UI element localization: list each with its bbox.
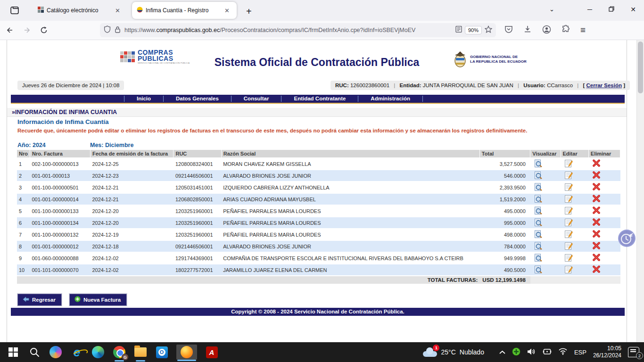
list-tabs-chevron-icon[interactable]: ⌄	[549, 6, 554, 13]
cell-razon-social: ARIAS CUADRO ADRIANA MAYUSBEL	[221, 193, 479, 205]
language-indicator[interactable]: ESP	[574, 349, 586, 356]
editar-icon[interactable]	[564, 175, 573, 181]
visualizar-icon[interactable]	[534, 246, 543, 251]
editar-icon[interactable]	[564, 257, 573, 263]
eliminar-icon[interactable]	[592, 222, 601, 227]
editar-icon[interactable]	[564, 234, 573, 239]
editar-icon[interactable]	[564, 163, 573, 169]
cell-nro-factura: 001-101-000000070	[30, 264, 90, 276]
notification-icon[interactable]: 2	[628, 347, 639, 357]
download-icon[interactable]	[523, 25, 532, 35]
eliminar-icon[interactable]	[592, 163, 601, 168]
lock-icon[interactable]	[115, 26, 121, 35]
visualizar-icon[interactable]	[534, 175, 543, 181]
cell-ruc: 1802277572001	[173, 264, 221, 276]
acrobat-icon[interactable]: A	[205, 346, 218, 359]
editar-icon[interactable]	[564, 198, 573, 204]
eliminar-icon[interactable]	[592, 198, 601, 204]
clock[interactable]: 10:05 26/12/2024	[593, 345, 621, 359]
menu-item-inicio[interactable]: Inicio	[124, 96, 164, 102]
speaker-icon[interactable]	[527, 348, 536, 357]
wifi-icon[interactable]	[558, 348, 568, 356]
regresar-button[interactable]: Regresar	[17, 294, 62, 306]
cast-icon[interactable]	[543, 348, 552, 357]
tray-chevron-icon[interactable]	[499, 348, 505, 356]
visualizar-icon[interactable]	[534, 269, 543, 275]
floating-timer-widget[interactable]	[618, 230, 636, 247]
eliminar-icon[interactable]	[592, 257, 601, 263]
eliminar-icon[interactable]	[592, 210, 601, 215]
scrollbar-thumb[interactable]	[638, 41, 643, 93]
cell-razon-social: IZQUIERDO CABRERA LIZZY ANTHONELLA	[221, 181, 479, 193]
tab-catalogo-electronico[interactable]: Catálogo electrónico ✕	[33, 2, 127, 19]
logout-link[interactable]: Cerrar Sesión	[586, 82, 622, 88]
reader-view-icon[interactable]	[455, 26, 462, 34]
outlook-icon[interactable]: O	[155, 346, 168, 359]
pocket-icon[interactable]	[504, 25, 513, 35]
weather-temp: 25°C	[441, 348, 455, 356]
menu-item-datos-generales[interactable]: Datos Generales	[164, 96, 231, 102]
editar-icon[interactable]	[564, 269, 573, 275]
url-bar[interactable]: https://www.compraspublicas.gob.ec/Proce…	[100, 23, 496, 37]
visualizar-icon[interactable]	[534, 234, 543, 239]
forward-button[interactable]	[20, 23, 34, 37]
extensions-icon[interactable]	[561, 25, 570, 35]
eliminar-icon[interactable]	[592, 245, 601, 251]
visualizar-icon[interactable]	[534, 257, 543, 263]
table-row: 10001-101-0000000702024-12-0218022775720…	[17, 264, 620, 276]
chrome-icon[interactable]: G	[113, 346, 126, 359]
eliminar-icon[interactable]	[592, 269, 601, 274]
menu-item-entidad-contratante[interactable]: Entidad Contratante	[281, 96, 358, 102]
cell-total: 498.0000	[479, 229, 530, 240]
edge-icon[interactable]	[91, 346, 105, 359]
firefox-icon[interactable]	[176, 345, 197, 360]
copilot-icon[interactable]	[49, 346, 62, 359]
cell-fecha: 2024-12-18	[90, 240, 173, 252]
menu-item-administracion[interactable]: Administración	[358, 96, 423, 102]
account-icon[interactable]	[542, 25, 551, 36]
editar-icon[interactable]	[564, 222, 573, 228]
weather-icon: 1	[423, 347, 437, 357]
vertical-scrollbar[interactable]	[636, 40, 644, 342]
window-minimize-button[interactable]: ─	[579, 6, 601, 13]
eliminar-icon[interactable]	[592, 186, 601, 192]
shield-icon[interactable]	[104, 25, 111, 35]
editar-icon[interactable]	[564, 246, 573, 251]
cell-ruc: 1203251960001	[173, 205, 221, 217]
weather-widget[interactable]: 1 25°C Nublado	[423, 347, 484, 357]
menu-icon[interactable]: ≡	[580, 25, 586, 35]
editar-icon[interactable]	[564, 187, 573, 192]
visualizar-icon[interactable]	[534, 187, 543, 192]
search-icon[interactable]	[28, 346, 41, 359]
new-tab-button[interactable]: +	[242, 6, 256, 17]
visualizar-icon[interactable]	[534, 198, 543, 204]
total-label: TOTAL FACTURAS:	[17, 276, 479, 284]
visualizar-icon[interactable]	[534, 210, 543, 216]
editar-icon[interactable]	[564, 210, 573, 216]
col-razon-social: Razón Social	[221, 150, 479, 158]
url-text: https://www.compraspublicas.gob.ec/Proce…	[124, 27, 455, 33]
nueva-factura-button[interactable]: Nueva Factura	[69, 294, 127, 306]
reload-button[interactable]	[37, 23, 51, 37]
menu-item-consultar[interactable]: Consultar	[231, 96, 282, 102]
internet-explorer-icon[interactable]: e	[70, 346, 83, 359]
eliminar-icon[interactable]	[592, 233, 601, 239]
file-explorer-icon[interactable]	[134, 346, 147, 359]
tab-close-icon[interactable]: ✕	[113, 6, 123, 15]
eliminar-icon[interactable]	[592, 174, 601, 180]
bookmark-star-icon[interactable]	[485, 25, 492, 35]
firefox-view-icon[interactable]	[7, 2, 23, 18]
page-zoom-level[interactable]: 90%	[465, 26, 482, 34]
window-restore-button[interactable]	[601, 6, 622, 13]
cell-nro: 9	[17, 252, 30, 264]
table-row: 9001-060-0000000882024-12-02129174436900…	[17, 252, 620, 264]
start-icon[interactable]	[7, 346, 20, 359]
visualizar-icon[interactable]	[534, 163, 543, 169]
window-close-button[interactable]: ✕	[622, 6, 644, 13]
tab-close-icon[interactable]: ✕	[222, 6, 232, 15]
back-button[interactable]	[3, 23, 17, 37]
antivirus-icon[interactable]	[512, 347, 520, 357]
tab-infima-cuantia[interactable]: Infima Cuantía - Registro ✕	[132, 2, 237, 19]
tray-date: 26/12/2024	[593, 352, 621, 359]
visualizar-icon[interactable]	[534, 222, 543, 228]
